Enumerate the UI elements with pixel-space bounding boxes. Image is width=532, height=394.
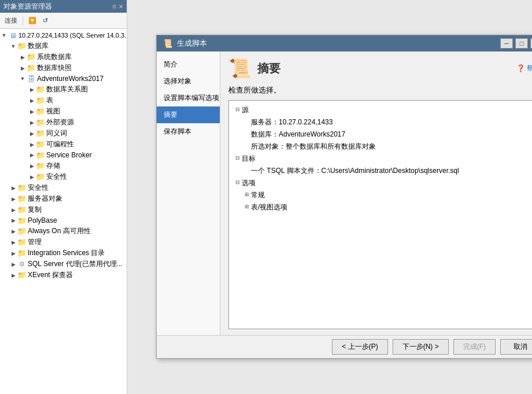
folder-icon: 📁: [17, 183, 27, 193]
script-summary-label: 一个 TSQL 脚本文件：C:\Users\Administrator\Desk…: [251, 166, 459, 176]
replication-label: 复制: [28, 205, 42, 215]
server-icon: 🖥: [8, 31, 17, 40]
systemdb-label: 系统数据库: [37, 52, 72, 62]
tree-item-externalresources[interactable]: ▶ 📁 外部资源: [0, 117, 127, 128]
tree-item-replication[interactable]: ▶ 📁 复制: [0, 204, 127, 215]
expander-source: ⊟: [234, 105, 242, 113]
folder-icon: 📁: [36, 161, 45, 171]
agent-icon: ⚙: [17, 260, 27, 269]
finish-button[interactable]: 完成(F): [453, 339, 496, 355]
tree-item-polybase[interactable]: ▶ 📁 PolyBase: [0, 215, 127, 226]
tree-item-security-db[interactable]: ▶ 📁 安全性: [0, 171, 127, 182]
tree-item-serverobj[interactable]: ▶ 📁 服务器对象: [0, 193, 127, 204]
help-link[interactable]: ❓ 帮助: [516, 64, 532, 73]
tree-item-integration[interactable]: ▶ 📁 Integration Services 目录: [0, 248, 127, 259]
summary-tableview[interactable]: ⊞ 表/视图选项: [234, 201, 532, 213]
pin-icon[interactable]: ⎘: [113, 3, 116, 10]
close-icon[interactable]: ✕: [119, 3, 123, 10]
tree-item-sqlagent[interactable]: ▶ ⚙ SQL Server 代理(已禁用代理...: [0, 259, 127, 270]
server-summary-label: 服务器：10.27.0.224,1433: [251, 117, 332, 127]
summary-server: 服务器：10.27.0.224,1433: [234, 116, 532, 128]
folder-icon: 📁: [17, 249, 27, 258]
minimize-button[interactable]: ─: [500, 38, 513, 49]
tree-item-storage[interactable]: ▶ 📁 存储: [0, 160, 127, 171]
expander-replication: ▶: [9, 206, 17, 214]
summary-options[interactable]: ⊟ 选项: [234, 177, 532, 189]
server-label: 10.27.0.224,1433 (SQL Server 14.0.3...): [19, 32, 127, 39]
tree-item-synonyms[interactable]: ▶ 📁 同义词: [0, 128, 127, 139]
refresh-button[interactable]: ↺: [40, 16, 50, 25]
folder-icon: 📁: [36, 96, 45, 105]
panel-titlebar: 对象资源管理器 ⎘ ✕: [0, 0, 127, 13]
tree-item-security[interactable]: ▶ 📁 安全性: [0, 182, 127, 193]
expander-serverobj: ▶: [9, 195, 17, 203]
folder-icon: 📁: [36, 107, 45, 116]
expander-views: ▶: [28, 108, 36, 116]
summary-source[interactable]: ⊟ 源: [234, 104, 532, 116]
objects-summary-label: 所选对象：整个数据库和所有数据库对象: [251, 142, 376, 152]
summary-objects: 所选对象：整个数据库和所有数据库对象: [234, 141, 532, 153]
xevent-label: XEvent 探查器: [28, 270, 73, 280]
expander-objects: [243, 142, 251, 150]
folder-icon: 📁: [17, 271, 27, 280]
tree-item-dbsnapshots[interactable]: ▶ 📁 数据库快照: [0, 62, 127, 73]
expander-servicebroker: ▶: [28, 151, 36, 159]
dialog-titlebar-buttons: ─ □ ✕: [500, 38, 532, 49]
tree-item-manage[interactable]: ▶ 📁 管理: [0, 237, 127, 248]
nav-save[interactable]: 保存脚本: [157, 123, 220, 140]
folder-icon: 📁: [36, 118, 45, 127]
db-icon: 🗄: [27, 74, 36, 83]
tree-item-dbdiagrams[interactable]: ▶ 📁 数据库关系图: [0, 84, 127, 95]
cancel-button[interactable]: 取消: [500, 339, 532, 355]
filter-button[interactable]: 🔽: [26, 16, 39, 25]
integration-label: Integration Services 目录: [28, 248, 105, 258]
tree-item-programmability[interactable]: ▶ 📁 可编程性: [0, 139, 127, 150]
folder-icon: 📁: [36, 129, 45, 138]
connect-button[interactable]: 连接: [2, 15, 20, 26]
summary-script-file: 一个 TSQL 脚本文件：C:\Users\Administrator\Desk…: [234, 165, 532, 177]
tree-item-alwayson[interactable]: ▶ 📁 Always On 高可用性: [0, 226, 127, 237]
externalresources-label: 外部资源: [46, 117, 74, 127]
expander-storage: ▶: [28, 162, 36, 170]
tree-item-adventureworks[interactable]: ▼ 🗄 AdventureWorks2017: [0, 73, 127, 84]
general-label: 常规: [251, 190, 265, 200]
summary-target[interactable]: ⊟ 目标: [234, 153, 532, 165]
tree-item-systemdb[interactable]: ▶ 📁 系统数据库: [0, 51, 127, 62]
polybase-label: PolyBase: [28, 216, 57, 224]
tree-item-servicebroker[interactable]: ▶ 📁 Service Broker: [0, 150, 127, 160]
question-icon: ❓: [516, 64, 525, 72]
dbsnapshots-label: 数据库快照: [37, 63, 72, 73]
section-title: 摘要: [257, 61, 280, 76]
expander-externalresources: ▶: [28, 119, 36, 127]
expander-tables: ▶: [28, 97, 36, 105]
help-label: 帮助: [527, 64, 532, 73]
tree-item-tables[interactable]: ▶ 📁 表: [0, 95, 127, 106]
summary-general[interactable]: ⊞ 常规: [234, 189, 532, 201]
tree-item-server[interactable]: ▼ 🖥 10.27.0.224,1433 (SQL Server 14.0.3.…: [0, 30, 127, 40]
scroll-icon: 📜: [228, 57, 252, 79]
sqlagent-label: SQL Server 代理(已禁用代理...: [28, 259, 123, 269]
dialog-titlebar: 📜 生成脚本 ─ □ ✕: [157, 35, 532, 51]
security-db-label: 安全性: [46, 172, 67, 182]
tree-item-xevent[interactable]: ▶ 📁 XEvent 探查器: [0, 270, 127, 281]
tree-item-databases[interactable]: ▼ 📁 数据库: [0, 40, 127, 51]
nav-intro[interactable]: 简介: [157, 56, 220, 73]
expander-sqlagent: ▶: [9, 260, 17, 268]
next-button[interactable]: 下一步(N) >: [393, 339, 449, 355]
nav-scripting[interactable]: 设置脚本编写选项: [157, 90, 220, 106]
prev-button[interactable]: < 上一步(P): [332, 339, 387, 355]
storage-label: 存储: [46, 161, 60, 171]
expander-synonyms: ▶: [28, 130, 36, 138]
expander-integration: ▶: [9, 249, 17, 257]
panel-title: 对象资源管理器: [3, 2, 52, 12]
nav-summary[interactable]: 摘要: [157, 106, 220, 123]
expander-options: ⊟: [234, 178, 242, 186]
target-label: 目标: [242, 154, 256, 164]
nav-choose[interactable]: 选择对象: [157, 73, 220, 90]
dbdiagrams-label: 数据库关系图: [46, 84, 88, 94]
security-label: 安全性: [28, 183, 49, 193]
folder-icon: 📁: [27, 53, 36, 62]
tree-item-views[interactable]: ▶ 📁 视图: [0, 106, 127, 117]
tables-label: 表: [46, 95, 53, 105]
maximize-button[interactable]: □: [515, 38, 528, 49]
